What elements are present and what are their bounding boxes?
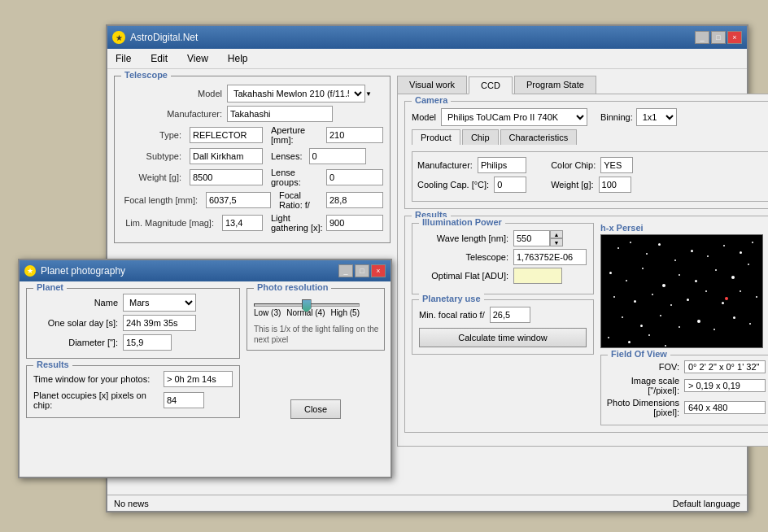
- fov-value-input[interactable]: [684, 360, 766, 373]
- solar-day-label: One solar day [s]:: [33, 318, 123, 328]
- aperture-label: Aperture [mm]:: [271, 125, 320, 145]
- wavelength-down-button[interactable]: ▼: [550, 238, 563, 246]
- cooling-input[interactable]: [494, 177, 526, 193]
- tab-ccd[interactable]: CCD: [469, 76, 513, 94]
- lense-groups-label: Lense groups:: [271, 168, 320, 187]
- wavelength-up-button[interactable]: ▲: [550, 230, 563, 238]
- star-12: [626, 280, 627, 281]
- star-38: [628, 341, 631, 343]
- close-button[interactable]: ×: [727, 31, 742, 44]
- manufacturer-input[interactable]: [227, 106, 333, 122]
- time-window-row: Time window for your photos:: [33, 371, 233, 387]
- lim-mag-input[interactable]: [222, 215, 263, 231]
- optimal-flat-input[interactable]: [513, 268, 562, 284]
- tab-program-state[interactable]: Program State: [514, 76, 596, 94]
- sub-tab-product[interactable]: Product: [412, 129, 460, 145]
- focal-ratio-input[interactable]: [326, 192, 383, 208]
- star-2: [630, 242, 631, 243]
- cam-weight-row: Weight [g]:: [551, 177, 633, 193]
- illumination-label: Illumination Power: [419, 217, 505, 227]
- tab-content: Camera Model Philips ToUCam Pro II 740K …: [397, 94, 768, 447]
- planet-name-select[interactable]: Mars: [123, 294, 196, 312]
- light-gathering-label: Light gathering [x]:: [271, 213, 323, 233]
- cam-manufacturer-row: Manufacturer:: [417, 157, 526, 173]
- telescope-illumination-input[interactable]: [513, 249, 587, 265]
- wavelength-input[interactable]: [513, 230, 550, 246]
- diameter-input[interactable]: [123, 334, 172, 351]
- star-21: [634, 300, 636, 303]
- aperture-input[interactable]: [326, 127, 383, 143]
- model-select[interactable]: Takahashi Mewlon 210 (f/11.5): [227, 85, 365, 102]
- image-scale-input[interactable]: [684, 379, 766, 392]
- min-focal-input[interactable]: [490, 307, 530, 323]
- maximize-button[interactable]: □: [711, 31, 726, 44]
- planet-close-dialog-button[interactable]: Close: [290, 399, 341, 419]
- camera-model-select[interactable]: Philips ToUCam Pro II 740K: [441, 108, 587, 126]
- menu-edit[interactable]: Edit: [147, 51, 171, 66]
- focal-length-input[interactable]: [206, 192, 271, 208]
- cooling-label: Cooling Cap. [°C]:: [417, 180, 489, 190]
- product-left: Manufacturer: Cooling Cap. [°C]:: [417, 157, 526, 196]
- star-32: [679, 326, 680, 328]
- light-gathering-input[interactable]: [326, 215, 383, 231]
- planet-group: Planet Name Mars One solar day [s]: Diam…: [26, 288, 240, 359]
- lim-mag-label: Lim. Magnitude [mag]:: [121, 218, 219, 228]
- model-label: Model: [121, 89, 227, 98]
- subtype-input[interactable]: [190, 148, 263, 164]
- sub-tab-characteristics[interactable]: Characteristics: [500, 129, 578, 145]
- planet-minimize-button[interactable]: _: [338, 264, 353, 277]
- weight-input[interactable]: [190, 169, 263, 185]
- planet-title-bar: ★ Planet photography _ □ ×: [20, 260, 391, 281]
- star-33: [697, 320, 700, 323]
- planet-maximize-button[interactable]: □: [355, 264, 369, 277]
- camera-group: Camera Model Philips ToUCam Pro II 740K …: [404, 101, 768, 209]
- results-group: Results Illumination Power Wave length […: [404, 216, 768, 433]
- fov-group-label: Field Of View: [608, 349, 670, 359]
- planet-window-icon: ★: [24, 265, 36, 277]
- planet-close-button[interactable]: ×: [371, 264, 386, 277]
- fov-row: FOV:: [606, 360, 766, 373]
- star-image: [600, 234, 763, 348]
- sub-tab-chip[interactable]: Chip: [462, 129, 499, 145]
- planet-pixels-input[interactable]: [164, 392, 204, 408]
- menu-help[interactable]: Help: [225, 51, 251, 66]
- status-right: Default language: [673, 499, 740, 508]
- planet-right: Photo resolution Low (3) Normal (4) High…: [247, 288, 385, 419]
- right-panel: Visual work CCD Program State Camera Mod…: [397, 76, 768, 499]
- menu-file[interactable]: File: [112, 51, 134, 66]
- star-5: [674, 259, 676, 261]
- photo-res-label: Photo resolution: [254, 282, 331, 292]
- star-20: [613, 296, 615, 298]
- type-input[interactable]: [190, 127, 263, 143]
- camera-model-label: Model: [412, 112, 436, 122]
- binning-select[interactable]: 1x1: [636, 108, 677, 126]
- menu-view[interactable]: View: [184, 51, 212, 66]
- lense-groups-input[interactable]: [326, 169, 383, 185]
- model-row: Model Takahashi Mewlon 210 (f/11.5) ▼: [121, 85, 383, 102]
- slider-track[interactable]: [254, 303, 360, 307]
- photo-dim-row: Photo Dimensions [pixel]:: [606, 398, 766, 417]
- planet-pixels-label: Planet occupies [x] pixels on chip:: [33, 390, 164, 410]
- color-chip-input[interactable]: [600, 157, 633, 173]
- tab-visual-work[interactable]: Visual work: [397, 76, 467, 94]
- slider-label-low: Low (3): [254, 308, 281, 317]
- photo-dim-input[interactable]: [684, 401, 766, 414]
- calc-time-window-button[interactable]: Calculate time window: [419, 328, 587, 347]
- planet-title-buttons: _ □ ×: [338, 264, 386, 277]
- cam-weight-input[interactable]: [599, 177, 631, 193]
- star-37: [608, 337, 609, 338]
- minimize-button[interactable]: _: [695, 31, 709, 44]
- star-8: [723, 245, 725, 246]
- planet-left: Planet Name Mars One solar day [s]: Diam…: [26, 288, 240, 419]
- image-scale-key: Image scale ["/pixel]:: [606, 376, 684, 395]
- type-aperture-row: Type: Aperture [mm]:: [121, 125, 383, 145]
- lenses-input[interactable]: [309, 148, 366, 164]
- tab-bar: Visual work CCD Program State: [397, 76, 768, 94]
- time-window-label: Time window for your photos:: [33, 374, 164, 384]
- subtype-lenses-row: Subtype: Lenses:: [121, 148, 383, 164]
- solar-day-input[interactable]: [123, 315, 196, 331]
- title-bar: ★ AstroDigital.Net _ □ ×: [107, 26, 747, 49]
- min-focal-label: Min. focal ratio f/: [419, 310, 485, 320]
- time-window-input[interactable]: [164, 371, 233, 387]
- cam-manufacturer-input[interactable]: [478, 157, 526, 173]
